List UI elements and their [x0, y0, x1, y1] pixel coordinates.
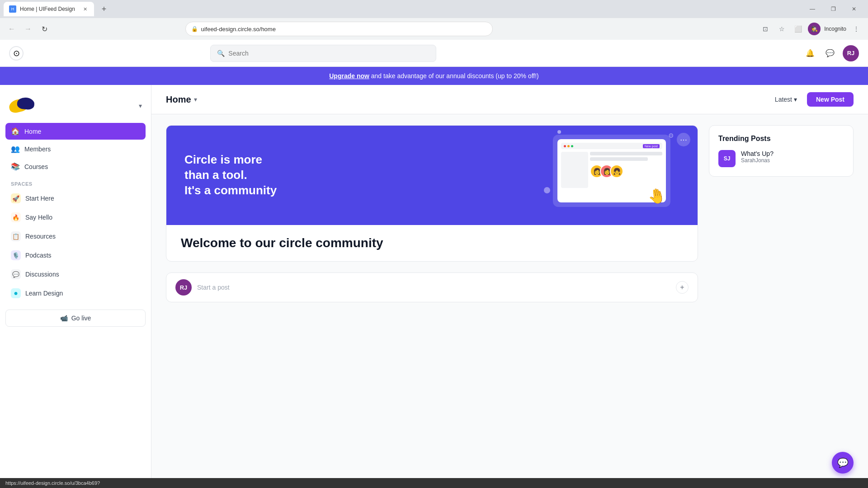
welcome-banner-text: Circle is more than a tool. It's a commu… [166, 134, 295, 216]
bookmark-icon[interactable]: ☆ [775, 23, 788, 35]
tab-title: Home | UIFeed Design [20, 6, 78, 12]
community-logo[interactable]: ⊙ [9, 46, 24, 61]
cast-icon[interactable]: ⊡ [759, 23, 772, 35]
say-hello-label: Say Hello [25, 214, 52, 221]
sidebar-nav: 🏠 Home 👥 Members 📚 Courses [0, 123, 151, 175]
status-url: https://uifeed-design.circle.so/u/3bca4b… [5, 480, 100, 486]
new-tab-button[interactable]: + [98, 3, 110, 15]
welcome-card: Circle is more than a tool. It's a commu… [166, 125, 698, 262]
logo-dropdown-icon[interactable]: ▾ [139, 102, 142, 109]
resources-icon: 📋 [11, 231, 21, 241]
logo-icon: ⊙ [13, 48, 20, 58]
members-icon: 👥 [11, 145, 20, 153]
lock-icon: 🔒 [191, 26, 198, 32]
sort-chevron-icon: ▾ [794, 96, 797, 103]
resources-label: Resources [25, 233, 56, 240]
reload-btn[interactable]: ↻ [38, 23, 51, 35]
page-title: Home [166, 94, 191, 105]
podcasts-icon: 🎙️ [11, 250, 21, 260]
sidebar-item-members[interactable]: 👥 Members [5, 141, 146, 157]
more-options-btn[interactable]: ⋯ [677, 133, 690, 146]
notifications-btn[interactable]: 🔔 [803, 46, 817, 61]
sidebar-item-discussions[interactable]: 💬 Discussions [5, 265, 146, 283]
sidebar-item-resources[interactable]: 📋 Resources [5, 227, 146, 245]
sidebar-item-home[interactable]: 🏠 Home [5, 123, 146, 140]
main-layout: ▾ 🏠 Home 👥 Members 📚 Courses [0, 85, 868, 478]
say-hello-icon: 🔥 [11, 212, 21, 222]
home-icon: 🏠 [11, 127, 20, 136]
messages-btn[interactable]: 💬 [823, 46, 837, 61]
chat-fab-icon: 💬 [837, 457, 849, 468]
incognito-label: Incognito [824, 26, 846, 32]
profile-window-icon[interactable]: ⬜ [792, 23, 804, 35]
trending-item: SJ What's Up? SarahJonas [718, 150, 844, 167]
settings-icon: ⚙ [668, 132, 674, 139]
sidebar-item-learn-design[interactable]: ● Learn Design [5, 284, 146, 302]
sidebar-logo[interactable]: ▾ [0, 92, 151, 123]
banner-heading: Circle is more than a tool. It's a commu… [184, 152, 277, 198]
trending-card: Trending Posts SJ What's Up? SarahJonas [709, 125, 854, 177]
sidebar-item-say-hello[interactable]: 🔥 Say Hello [5, 208, 146, 226]
sidebar: ▾ 🏠 Home 👥 Members 📚 Courses [0, 85, 151, 478]
sidebar-item-start-here[interactable]: 🚀 Start Here [5, 189, 146, 207]
right-sidebar: Trending Posts SJ What's Up? SarahJonas [709, 125, 854, 467]
trending-post-title[interactable]: What's Up? [741, 150, 844, 157]
discussions-icon: 💬 [11, 269, 21, 279]
sidebar-members-label: Members [24, 145, 51, 153]
incognito-profile-btn[interactable]: 🕵 [808, 23, 821, 35]
status-bar: https://uifeed-design.circle.so/u/3bca4b… [0, 478, 868, 488]
trending-post-info: What's Up? SarahJonas [741, 150, 844, 164]
minimize-btn[interactable]: — [802, 0, 823, 18]
browser-action-buttons: ⊡ ☆ ⬜ 🕵 Incognito ⋮ [759, 23, 863, 35]
discussions-label: Discussions [25, 271, 59, 278]
post-user-avatar: RJ [175, 279, 192, 296]
start-post-area[interactable]: RJ Start a post + [166, 272, 698, 302]
sort-label: Latest [775, 96, 792, 103]
trending-post-avatar: SJ [718, 150, 736, 167]
content-header: Home ▾ Latest ▾ New Post [151, 85, 868, 114]
close-btn[interactable]: ✕ [844, 0, 864, 18]
post-add-button[interactable]: + [676, 281, 689, 294]
url-text: uifeed-design.circle.so/home [201, 26, 487, 33]
welcome-banner-illustration: New post [553, 135, 679, 216]
welcome-card-body: Welcome to our circle community [166, 225, 698, 261]
podcasts-label: Podcasts [25, 252, 52, 259]
promo-banner: Upgrade now and take advantage of our an… [0, 67, 868, 85]
start-here-icon: 🚀 [11, 193, 21, 203]
incognito-icon: 🕵 [811, 26, 818, 32]
forward-btn[interactable]: → [22, 23, 34, 35]
post-placeholder: Start a post [197, 284, 670, 291]
tab-close-btn[interactable]: ✕ [81, 5, 89, 13]
user-avatar-btn[interactable]: RJ [843, 45, 859, 61]
tab-favicon: H [9, 5, 16, 13]
start-here-label: Start Here [25, 195, 54, 202]
sidebar-item-courses[interactable]: 📚 Courses [5, 158, 146, 175]
search-input[interactable] [228, 50, 429, 57]
window-controls: — ❐ ✕ [802, 0, 864, 18]
trending-post-author[interactable]: SarahJonas [741, 157, 844, 164]
welcome-title: Welcome to our circle community [181, 236, 683, 250]
back-btn[interactable]: ← [5, 23, 18, 35]
sidebar-item-podcasts[interactable]: 🎙️ Podcasts [5, 246, 146, 264]
header-actions: Latest ▾ New Post [770, 92, 854, 107]
page-title-dropdown-icon[interactable]: ▾ [194, 96, 197, 103]
learn-design-icon: ● [11, 288, 21, 298]
sort-button[interactable]: Latest ▾ [770, 93, 802, 106]
welcome-banner: Circle is more than a tool. It's a commu… [166, 126, 698, 225]
chat-fab-button[interactable]: 💬 [832, 452, 854, 474]
more-options-icon[interactable]: ⋮ [850, 23, 863, 35]
top-bar-actions: 🔔 💬 RJ [803, 45, 859, 61]
new-post-button[interactable]: New Post [807, 92, 854, 107]
search-bar[interactable]: 🔍 [210, 45, 436, 62]
courses-icon: 📚 [11, 162, 20, 171]
content-area: Home ▾ Latest ▾ New Post [151, 85, 868, 478]
maximize-btn[interactable]: ❐ [823, 0, 844, 18]
sidebar-home-label: Home [24, 128, 41, 135]
go-live-button[interactable]: 📹 Go live [5, 310, 146, 327]
address-bar[interactable]: 🔒 uifeed-design.circle.so/home [185, 22, 493, 36]
browser-tab[interactable]: H Home | UIFeed Design ✕ [4, 2, 94, 16]
spaces-section-label: Spaces [0, 176, 151, 189]
upgrade-link[interactable]: Upgrade now [329, 72, 369, 80]
go-live-label: Go live [71, 314, 91, 322]
spaces-nav: 🚀 Start Here 🔥 Say Hello 📋 Resources 🎙️ … [0, 189, 151, 302]
